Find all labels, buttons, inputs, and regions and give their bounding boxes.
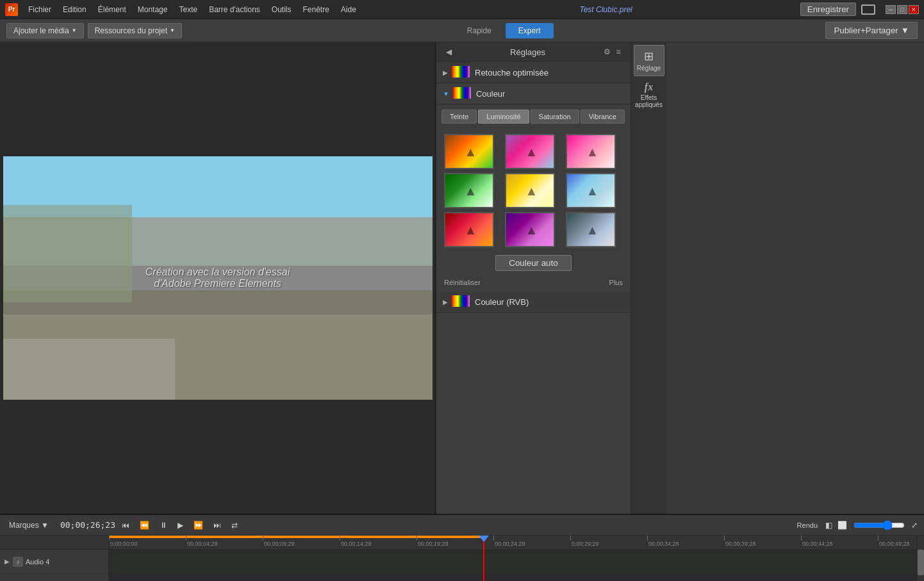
tab-vibrance[interactable]: Vibrance [581,110,625,124]
reglage-label: Réglage [637,65,661,72]
reglages-panel: ◀ Réglages ⚙ ≡ ▶ Retouche optimisée ▼ Co… [436,42,631,514]
right-panel: ◀ Réglages ⚙ ≡ ▶ Retouche optimisée ▼ Co… [436,42,666,514]
reglages-header: ◀ Réglages ⚙ ≡ [436,42,631,62]
tab-saturation[interactable]: Saturation [531,110,579,124]
close-button[interactable]: ✕ [909,5,919,14]
retouche-icon [452,66,470,79]
pause-button[interactable]: ⏸ [156,520,171,531]
track-audio4-icon: ♪ [13,557,23,567]
track-labels: ▶ ♪ Audio 4 ▶ 🎬 Vidéo 3 ▶ ♪ Audio 3 ▶ [0,536,109,581]
retouche-section[interactable]: ▶ Retouche optimisée [436,62,631,83]
title-right: Enregistrer ─ □ ✕ [800,3,919,16]
loop-button[interactable]: ⇄ [227,520,242,531]
timeline-area: Marques ▼ 00;00;26;23 ⏮ ⏪ ⏸ ▶ ⏩ ⏭ ⇄ Rend… [0,514,924,581]
minimize-button[interactable]: ─ [886,5,896,14]
couleur-rvb-section[interactable]: ▶ Couleur (RVB) [436,291,631,313]
swatch-9[interactable] [566,212,616,247]
sidebar-effets[interactable]: fx Effets appliqués [634,78,664,112]
sidebar-reglage[interactable]: ⊞ Réglage [634,45,664,76]
menu-outils[interactable]: Outils [267,4,297,15]
swatch-5[interactable] [505,173,555,208]
reglage-icon: ⊞ [644,49,654,63]
color-section: Teinte Luminosité Saturation Vibrance [436,104,631,291]
menu-montage[interactable]: Montage [133,4,173,15]
swatch-8[interactable] [505,212,555,247]
menu-fichier[interactable]: Fichier [23,4,56,15]
reglages-menu-icon[interactable]: ≡ [613,46,624,58]
ruler-tick-5: 00;00;24;29 [493,536,494,550]
v-scrollbar[interactable] [916,536,924,581]
swatch-7[interactable] [444,212,494,247]
retouche-label: Retouche optimisée [475,68,549,78]
app-icon: Pr [5,3,18,16]
project-title: Test Clubic.prel [411,5,800,14]
timeline-view-btn2[interactable]: ⬜ [836,520,848,531]
reglages-settings-icon[interactable]: ⚙ [601,46,613,58]
color-swatches [439,131,628,250]
effets-label: Effets appliqués [635,94,663,108]
menu-element[interactable]: Élément [93,4,131,15]
mode-tabs: Rapide Expert [454,23,554,38]
svg-rect-5 [3,339,175,400]
ruler-tick-2: 00;00;09;29 [263,536,263,550]
menu-bar: Fichier Edition Élément Montage Texte Ba… [23,4,411,15]
time-ruler: 0;00;00;00 00;00;04;29 00;00;09;29 00;00… [109,536,916,550]
couleur-icon [453,87,471,100]
next-frame-button[interactable]: ⏩ [190,520,207,531]
preview-video: Création avec la version d'essai d'Adobe… [3,156,433,400]
go-end-button[interactable]: ⏭ [210,520,225,531]
reglages-title: Réglages [454,47,601,57]
couleur-auto-button[interactable]: Couleur auto [495,255,571,271]
prev-frame-button[interactable]: ⏪ [136,520,153,531]
tab-expert[interactable]: Expert [506,23,554,38]
timeline-content: ▶ ♪ Audio 4 ▶ 🎬 Vidéo 3 ▶ ♪ Audio 3 ▶ [0,536,924,581]
timeline-zoom-slider[interactable] [854,520,905,530]
menu-texte[interactable]: Texte [174,4,202,15]
ruler-tick-7: 00;00;34;28 [647,536,648,550]
tab-rapide[interactable]: Rapide [454,23,504,38]
swatch-2[interactable] [505,134,555,169]
swatch-4[interactable] [444,173,494,208]
main-content: Création avec la version d'essai d'Adobe… [0,42,924,514]
couleur-section-header[interactable]: ▼ Couleur [436,83,631,104]
play-button[interactable]: ▶ [174,520,187,531]
ruler-tick-8: 00;00;39;28 [724,536,725,550]
swatch-1[interactable] [444,134,494,169]
add-media-button[interactable]: Ajouter le média ▼ [6,23,84,38]
timeline-expand-btn[interactable]: ⤢ [910,520,919,531]
reglages-back-icon[interactable]: ◀ [443,46,454,58]
reinitialiser-button[interactable]: Réinitialiser [444,279,481,286]
track-audio4-toggle[interactable]: ▶ [4,557,10,566]
toolbar: Ajouter le média ▼ Ressources du projet … [0,19,924,42]
ruler-tick-4: 00;00;19;29 [417,536,417,550]
timeline-timecode: 00;00;26;23 [60,520,115,530]
couleur-label: Couleur [476,89,506,99]
menu-edition[interactable]: Edition [58,4,92,15]
ruler-tick-1: 00;00;04;29 [186,536,186,550]
tab-teinte[interactable]: Teinte [441,110,477,124]
swatch-3[interactable] [566,134,616,169]
publish-button[interactable]: Publier+Partager ▼ [825,22,918,39]
register-button[interactable]: Enregistrer [800,3,856,16]
couleur-rvb-icon [452,295,470,308]
preview-panel: Création avec la version d'essai d'Adobe… [0,42,436,514]
menu-aide[interactable]: Aide [336,4,361,15]
tab-luminosite[interactable]: Luminosité [478,110,529,124]
tracks-container: 0;00;00;00 00;00;04;29 00;00;09;29 00;00… [109,536,916,581]
resources-button[interactable]: Ressources du projet ▼ [88,23,182,38]
swatch-6[interactable] [566,173,616,208]
plus-button[interactable]: Plus [609,279,623,286]
markers-dropdown[interactable]: Marques ▼ [5,520,53,531]
track-audio4-row [109,550,916,574]
screen-icon [861,4,875,15]
timeline-tracks-area[interactable]: 0;00;00;00 00;00;04;29 00;00;09;29 00;00… [109,536,916,581]
timeline-toolbar: Marques ▼ 00;00;26;23 ⏮ ⏪ ⏸ ▶ ⏩ ⏭ ⇄ Rend… [0,515,924,536]
go-start-button[interactable]: ⏮ [118,520,133,531]
menu-barre-actions[interactable]: Barre d'actions [204,4,265,15]
maximize-button[interactable]: □ [897,5,907,14]
reinitialiser-row: Réinitialiser Plus [439,276,628,289]
menu-fenetre[interactable]: Fenêtre [298,4,334,15]
color-tabs: Teinte Luminosité Saturation Vibrance [439,107,628,126]
timeline-view-btn1[interactable]: ◧ [824,520,834,531]
track-label-video3: ▶ 🎬 Vidéo 3 [0,574,108,581]
